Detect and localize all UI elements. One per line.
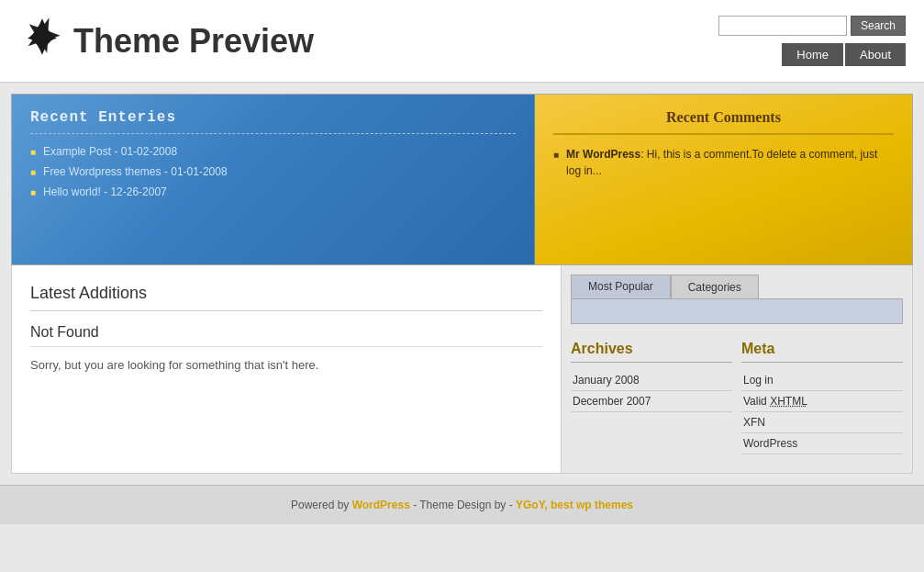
archive-link-jan2008[interactable]: January 2008 [571,370,732,391]
nav-buttons: Home About [782,43,906,66]
header-right: Search Home About [718,16,906,66]
header: Theme Preview Search Home About [0,0,924,83]
tabs-area: Most Popular Categories [571,275,903,298]
footer: Powered by WordPress - Theme Design by -… [0,485,924,524]
site-title: Theme Preview [73,22,314,61]
comment-item-1: ■ Mr WordPress: Hi, this is a comment.To… [553,146,894,179]
entry-bullet-3: ■ [30,187,36,197]
archives-title: Archives [571,341,732,363]
entry-bullet-2: ■ [30,167,36,177]
entry-link-2[interactable]: Free Wordpress themes - 01-01-2008 [43,165,228,178]
meta-title: Meta [741,341,903,363]
search-input[interactable] [718,16,847,36]
logo-icon [18,13,66,70]
not-found-text: Sorry, but you are looking for something… [30,356,542,376]
meta-link-xhtml[interactable]: Valid XHTML [741,391,903,412]
footer-design-by-link[interactable]: YGoY, best wp themes [516,499,633,511]
home-button[interactable]: Home [782,43,843,66]
archive-link-dec2007[interactable]: December 2007 [571,391,732,412]
meta-col: Meta Log in Valid XHTML XFN WordPress [732,341,903,454]
meta-link-wordpress[interactable]: WordPress [741,433,903,454]
content-area: Latest Additions Not Found Sorry, but yo… [11,265,913,474]
comment-bullet-1: ■ [553,148,559,162]
latest-additions-title: Latest Additions [30,284,542,311]
comment-text: Mr WordPress: Hi, this is a comment.To d… [566,146,894,179]
footer-theme-text: - Theme Design by - [413,499,513,511]
main-content: Latest Additions Not Found Sorry, but yo… [11,265,562,474]
entry-link-1[interactable]: Example Post - 01-02-2008 [43,145,177,158]
recent-entries-panel: Recent Enteries ■ Example Post - 01-02-2… [12,95,535,264]
footer-powered-by: Powered by [291,499,349,511]
entry-link-3[interactable]: Hello world! - 12-26-2007 [43,185,167,198]
entry-item-1: ■ Example Post - 01-02-2008 [30,145,516,158]
tab-content-area [571,298,903,324]
footer-wordpress-link[interactable]: WordPress [352,499,410,511]
entry-item-3: ■ Hello world! - 12-26-2007 [30,185,516,198]
recent-entries-title: Recent Enteries [30,109,516,134]
meta-link-login[interactable]: Log in [741,370,903,391]
tab-categories[interactable]: Categories [671,275,759,298]
top-panels: Recent Enteries ■ Example Post - 01-02-2… [11,94,913,265]
recent-comments-panel: Recent Comments ■ Mr WordPress: Hi, this… [535,95,912,264]
tab-most-popular[interactable]: Most Popular [571,275,671,298]
sidebar-columns: Archives January 2008 December 2007 Meta… [571,341,903,454]
sidebar: Most Popular Categories Archives January… [562,265,913,474]
recent-comments-title: Recent Comments [553,109,894,135]
archives-col: Archives January 2008 December 2007 [571,341,732,454]
not-found-title: Not Found [30,324,542,347]
about-button[interactable]: About [845,43,906,66]
search-area: Search [718,16,906,36]
search-button[interactable]: Search [851,16,906,36]
logo-area: Theme Preview [18,13,314,70]
entry-bullet-1: ■ [30,147,36,157]
entry-item-2: ■ Free Wordpress themes - 01-01-2008 [30,165,516,178]
meta-link-xfn[interactable]: XFN [741,412,903,433]
comment-author: Mr WordPress [566,148,640,161]
